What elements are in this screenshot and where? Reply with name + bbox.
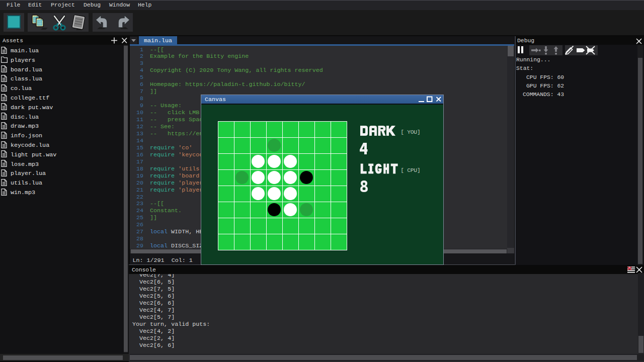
svg-text:[ YOU]: [ YOU] (400, 129, 420, 135)
svg-text:[ CPU]: [ CPU] (400, 167, 420, 173)
